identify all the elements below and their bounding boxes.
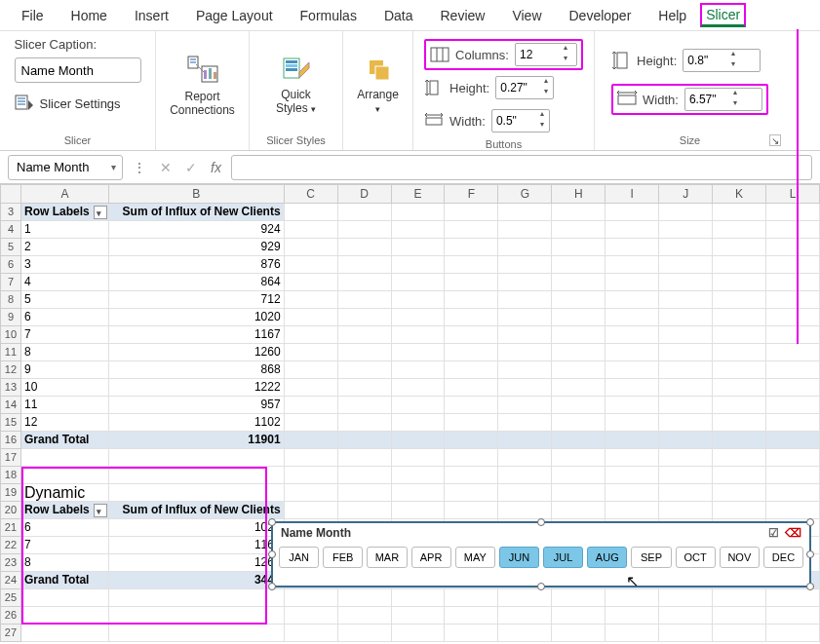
cell[interactable] — [285, 379, 338, 397]
cell[interactable]: 10 — [21, 379, 109, 397]
cell[interactable] — [659, 484, 713, 502]
cell[interactable]: 864 — [109, 274, 285, 291]
cell[interactable] — [498, 256, 552, 274]
cell[interactable] — [713, 274, 766, 291]
cell[interactable] — [605, 625, 659, 642]
col-header-G[interactable]: G — [498, 184, 552, 204]
cell[interactable] — [21, 589, 109, 607]
cell[interactable] — [659, 589, 713, 607]
cell[interactable] — [605, 204, 659, 221]
cell[interactable] — [109, 607, 285, 625]
cell[interactable] — [392, 291, 446, 309]
cell[interactable] — [285, 484, 338, 502]
columns-spinner[interactable]: ▴▾ — [515, 43, 577, 66]
cell[interactable] — [109, 467, 285, 484]
cell[interactable] — [338, 449, 392, 467]
cell[interactable] — [605, 361, 659, 379]
enter-icon[interactable]: ✓ — [181, 160, 201, 175]
cell[interactable] — [392, 589, 446, 607]
cell[interactable]: 1020 — [109, 519, 285, 537]
cell[interactable] — [766, 589, 820, 607]
cell[interactable] — [109, 449, 285, 467]
cell[interactable] — [392, 432, 446, 449]
cell[interactable] — [109, 484, 285, 502]
row-header[interactable]: 26 — [0, 607, 21, 625]
slicer-chip-dec[interactable]: DEC — [763, 547, 803, 568]
cell[interactable] — [713, 607, 766, 625]
cell[interactable] — [338, 484, 392, 502]
select-all-corner[interactable] — [0, 184, 21, 204]
cell[interactable] — [285, 221, 338, 239]
cell[interactable] — [713, 326, 766, 344]
cell[interactable] — [445, 326, 498, 344]
cell[interactable]: Row Labels — [21, 502, 109, 519]
cell[interactable] — [605, 502, 659, 519]
cell[interactable] — [498, 239, 552, 256]
cell[interactable] — [659, 344, 713, 361]
row-header[interactable]: 9 — [0, 309, 21, 326]
slicer-chip-mar[interactable]: MAR — [367, 547, 407, 568]
cell[interactable] — [766, 625, 820, 642]
cell[interactable] — [552, 414, 605, 432]
cell[interactable]: 8 — [21, 554, 109, 572]
cell[interactable]: 3447 — [109, 572, 285, 589]
cell[interactable] — [659, 309, 713, 326]
row-header[interactable]: 23 — [0, 554, 21, 572]
cell[interactable] — [713, 625, 766, 642]
cell[interactable] — [552, 221, 605, 239]
cell[interactable] — [285, 467, 338, 484]
col-header-D[interactable]: D — [338, 184, 392, 204]
cell[interactable] — [392, 467, 446, 484]
cell[interactable] — [605, 607, 659, 625]
button-width-spinner[interactable]: ▴▾ — [491, 109, 550, 133]
cell[interactable] — [605, 397, 659, 414]
cell[interactable] — [766, 274, 820, 291]
cell[interactable] — [445, 467, 498, 484]
cell[interactable] — [338, 344, 392, 361]
cell[interactable] — [338, 625, 392, 642]
cell[interactable]: 1 — [21, 221, 109, 239]
cell[interactable] — [713, 291, 766, 309]
cell[interactable] — [285, 607, 338, 625]
cell[interactable] — [445, 502, 498, 519]
cell[interactable] — [766, 484, 820, 502]
menu-home[interactable]: Home — [58, 2, 121, 29]
size-height-spinner[interactable]: ▴▾ — [683, 49, 761, 72]
cell[interactable] — [498, 204, 552, 221]
cell[interactable] — [713, 414, 766, 432]
cell[interactable] — [605, 309, 659, 326]
row-header[interactable]: 19 — [0, 484, 21, 502]
row-header[interactable]: 16 — [0, 432, 21, 449]
cell[interactable] — [498, 397, 552, 414]
cell[interactable] — [605, 291, 659, 309]
cell[interactable] — [659, 361, 713, 379]
arrange-button[interactable]: Arrange▾ — [339, 55, 417, 115]
cell[interactable]: Sum of Influx of New Clients — [109, 204, 285, 221]
row-header[interactable]: 24 — [0, 572, 21, 589]
cell[interactable] — [605, 432, 659, 449]
cell[interactable] — [766, 449, 820, 467]
cell[interactable] — [659, 414, 713, 432]
cell[interactable] — [445, 449, 498, 467]
cell[interactable] — [713, 484, 766, 502]
row-header[interactable]: 4 — [0, 221, 21, 239]
cell[interactable] — [552, 291, 605, 309]
cell[interactable] — [498, 607, 552, 625]
cell[interactable] — [552, 274, 605, 291]
cell[interactable]: 1222 — [109, 379, 285, 397]
cell[interactable] — [285, 502, 338, 519]
slicer-chip-jan[interactable]: JAN — [279, 547, 319, 568]
cell[interactable] — [498, 467, 552, 484]
cell[interactable] — [285, 344, 338, 361]
cell[interactable] — [445, 379, 498, 397]
cell[interactable] — [392, 361, 446, 379]
menu-data[interactable]: Data — [371, 2, 427, 29]
cell[interactable] — [392, 344, 446, 361]
menu-view[interactable]: View — [498, 2, 555, 29]
cell[interactable]: 11 — [21, 397, 109, 414]
cell[interactable] — [285, 309, 338, 326]
cell[interactable] — [392, 274, 446, 291]
cell[interactable]: 957 — [109, 397, 285, 414]
cell[interactable]: Sum of Influx of New Clients — [109, 502, 285, 519]
cell[interactable] — [713, 432, 766, 449]
